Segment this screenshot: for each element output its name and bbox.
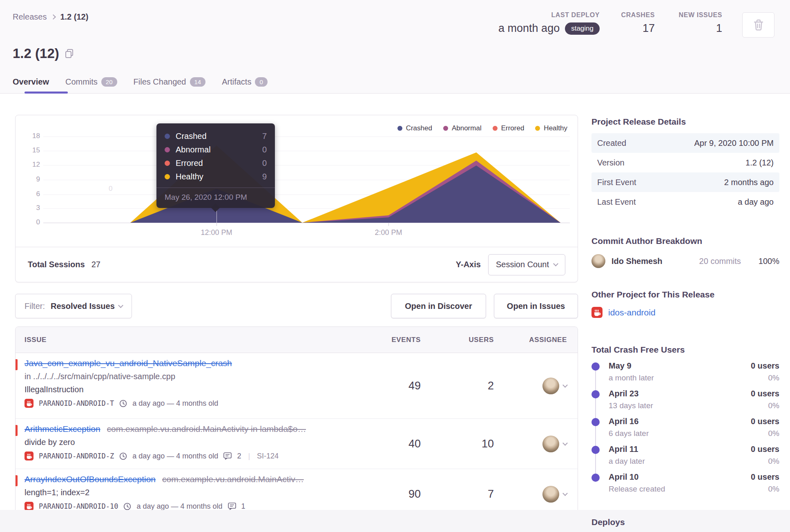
issue-subtitle: com.example.vu.android.MainActivity in l… [107,424,306,434]
tooltip-row: Healthy 9 [156,170,275,183]
author-avatar [591,254,605,268]
timeline-dot-icon [591,474,600,482]
section-title-commit-authors: Commit Author Breakdown [591,236,702,246]
crashfree-entry: April 23 13 days later 0 users 0% [591,389,779,410]
issue-title-link[interactable]: ArrayIndexOutOfBoundsException [25,474,156,484]
legend-healthy[interactable]: Healthy [535,124,567,132]
chevron-down-icon[interactable] [562,491,568,496]
release-overview-page: { "breadcrumb": { "root": "Releases", "c… [0,0,790,532]
comments-icon [223,452,232,460]
col-header-assignee: ASSIGNEE [494,336,578,344]
crashfree-users: 0 users [751,445,779,454]
release-title-row: 1.2 (12) [13,46,74,61]
last-deploy-value: a month ago [498,22,560,35]
author-name: Ido Shemesh [611,257,662,266]
tab-count-badge: 20 [101,77,117,87]
assignee-avatar[interactable] [542,436,559,452]
unhandled-indicator [16,475,18,486]
section-title-deploys: Deploys [591,517,625,527]
assignee-cell [494,419,578,469]
unhandled-indicator [16,425,18,436]
legend-crashed[interactable]: Crashed [397,124,432,132]
healthy-dot-icon [165,174,170,179]
x-tick-mark [216,223,217,226]
chevron-down-icon[interactable] [562,440,568,446]
crashfree-percent: 0% [751,457,779,466]
comments-icon [228,503,236,510]
issues-filter-dropdown[interactable]: Filter: Resolved Issues [15,294,132,318]
java-project-icon [591,307,603,318]
chart-tooltip: Crashed 7 Abnormal 0 Errored 0 Healthy 9… [156,123,275,208]
crashfree-entry: April 10 Release created 0 users 0% [591,472,779,494]
assignee-avatar[interactable] [542,486,559,503]
legend-abnormal[interactable]: Abnormal [443,124,482,132]
section-title-crash-free: Total Crash Free Users [591,345,685,355]
chevron-down-icon [118,303,123,308]
other-project-link[interactable]: idos-android [608,308,656,317]
tooltip-row: Crashed 7 [156,130,275,143]
breadcrumb-current: 1.2 (12) [60,12,88,22]
breadcrumb: Releases 1.2 (12) [13,12,88,22]
tab-count-badge: 14 [190,77,206,87]
crashfree-users: 0 users [751,417,779,426]
crashfree-entry: April 11 a day later 0 users 0% [591,445,779,466]
open-in-issues-button[interactable]: Open in Issues [494,294,578,318]
users-count: 2 [421,353,494,418]
tooltip-row: Abnormal 0 [156,143,275,156]
col-header-issue: ISSUE [16,336,359,344]
issue-title-link[interactable]: ArithmeticException [25,424,100,434]
tab-label: Overview [13,77,49,87]
comments-count: 2 [237,452,241,460]
stat-last-deploy: LAST DEPLOY a month ago staging [498,11,600,35]
crashfree-percent: 0% [751,401,779,410]
table-row: ArithmeticException com.example.vu.andro… [16,419,578,469]
healthy-dot-icon [535,126,540,131]
open-in-discover-button[interactable]: Open in Discover [391,294,486,318]
x-tick-label: 2:00 PM [364,228,413,237]
issue-title-link[interactable]: Java_com_example_vu_android_NativeSample… [25,358,232,368]
active-tab-underline [25,92,68,94]
yaxis-select[interactable]: Session Count [488,254,565,275]
y-tick: 6 [19,190,40,198]
breadcrumb-chevron-icon [51,14,56,20]
chart-footer: Total Sessions 27 Y-Axis Session Count [16,247,578,282]
meta-divider: | [246,452,252,460]
issues-table-header: ISSUE EVENTS USERS ASSIGNEE [16,327,578,353]
chevron-down-icon[interactable] [562,382,568,388]
issues-table-card: ISSUE EVENTS USERS ASSIGNEE Java_com_exa… [15,326,578,525]
tab-label: Commits [65,77,98,87]
detail-row: Created Apr 9, 2020 10:00 PM [591,133,779,153]
tab-artifacts[interactable]: Artifacts 0 [222,77,268,87]
chart-plot-area[interactable] [43,136,570,223]
java-project-icon [25,452,33,460]
crashed-dot-icon [165,134,170,139]
legend-errored[interactable]: Errored [493,124,524,132]
linked-ticket[interactable]: SI-124 [257,452,279,460]
issue-message: divide by zero [25,438,359,447]
issue-age: a day ago — 4 months old [132,452,218,460]
page-title: 1.2 (12) [13,46,59,61]
abnormal-dot-icon [165,147,170,152]
filter-value: Resolved Issues [51,302,115,311]
tab-overview[interactable]: Overview [13,77,49,87]
y-tick: 12 [19,161,40,169]
tab-label: Artifacts [222,77,251,87]
x-tick-mark [388,223,389,226]
release-tabs: Overview Commits 20 Files Changed 14 Art… [13,70,268,93]
issue-message: IllegalInstruction [25,385,359,394]
chart-legend: Crashed Abnormal Errored Healthy [397,124,567,132]
unhandled-indicator [16,359,18,370]
assignee-avatar[interactable] [542,378,559,394]
tab-label: Files Changed [134,77,186,87]
yaxis-label: Y-Axis [456,260,481,269]
abnormal-dot-icon [443,126,448,131]
tab-count-badge: 0 [255,77,267,87]
tab-files-changed[interactable]: Files Changed 14 [134,77,206,87]
issue-age: a day ago — 4 months old [136,502,222,511]
timeline-dot-icon [591,418,600,426]
breadcrumb-releases-link[interactable]: Releases [13,12,47,22]
crashfree-users: 0 users [751,361,779,371]
detail-row: First Event 2 months ago [591,172,779,192]
copy-icon[interactable] [65,49,74,58]
tab-commits[interactable]: Commits 20 [65,77,117,87]
